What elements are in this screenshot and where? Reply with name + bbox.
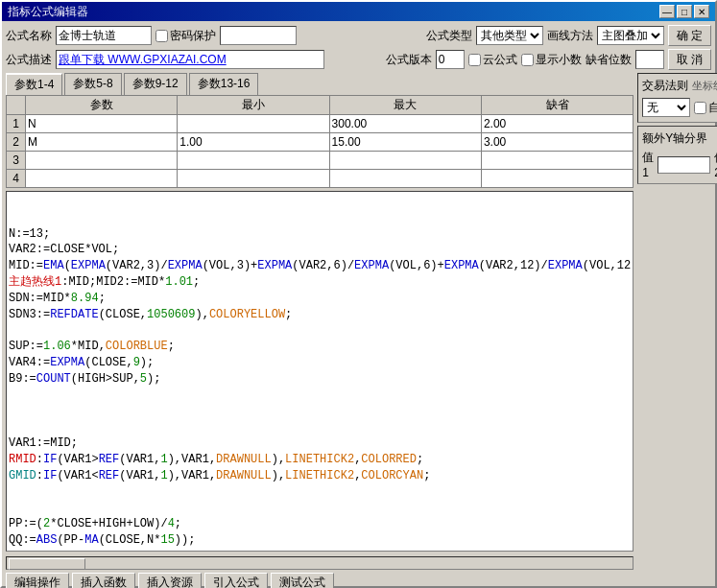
confirm-button[interactable]: 确 定: [668, 25, 711, 46]
axis-title: 额外Y轴分界: [642, 130, 717, 147]
formula-version-input[interactable]: [436, 50, 465, 69]
window-content: 公式名称 密码保护 公式类型 其他类型 画线方法 主图叠加 确 定 公式描述 公…: [2, 21, 715, 588]
param-min-input[interactable]: [178, 115, 328, 132]
code-line: SUP:=1.06*MID,COLORBLUE;: [9, 339, 631, 355]
cancel-button[interactable]: 取 消: [668, 49, 711, 70]
code-line: [9, 388, 631, 404]
tab-params-5-8[interactable]: 参数5-8: [64, 73, 121, 95]
param-min-cell[interactable]: [178, 152, 329, 170]
minimize-button[interactable]: —: [659, 5, 675, 18]
param-default-cell[interactable]: [481, 170, 633, 188]
param-min-cell[interactable]: [178, 133, 329, 152]
draw-method-select[interactable]: 主图叠加: [597, 26, 664, 45]
left-main: 参数1-4 参数5-8 参数9-12 参数13-16 参数 最小 最大: [6, 73, 633, 588]
default-digits-input[interactable]: [635, 50, 664, 69]
cloud-formula-label: 云公式: [483, 52, 517, 68]
param-max-input[interactable]: [330, 115, 481, 132]
row-num: 1: [7, 115, 26, 133]
title-bar-buttons: — □ ✕: [659, 5, 709, 18]
param-min-cell[interactable]: [178, 115, 329, 133]
table-row: 1: [7, 115, 633, 133]
param-name-input[interactable]: [26, 115, 177, 132]
param-min-cell[interactable]: [178, 170, 329, 188]
auto-checkbox-row: 自动: [694, 100, 717, 116]
right-panel: 交易法则 坐标线位置,最多6个,用分号分隔 无 自动 另存为: [637, 73, 717, 588]
param-default-cell[interactable]: [481, 115, 633, 133]
param-default-cell[interactable]: [481, 133, 633, 152]
password-checkbox[interactable]: [155, 30, 168, 42]
formula-type-select[interactable]: 其他类型: [476, 26, 543, 45]
show-small-checkbox[interactable]: [521, 54, 534, 66]
param-name-cell[interactable]: [26, 115, 178, 133]
code-line: [9, 419, 631, 435]
param-default-input[interactable]: [482, 133, 633, 151]
params-header-min: 最小: [178, 96, 329, 115]
show-small-row: 显示小数: [521, 52, 582, 68]
formula-version-label: 公式版本: [386, 52, 432, 68]
param-default-input[interactable]: [482, 170, 633, 187]
import-formula-button[interactable]: 引入公式: [204, 573, 268, 588]
row-num: 2: [7, 133, 26, 152]
horizontal-scrollbar[interactable]: [6, 556, 633, 570]
description-input[interactable]: [56, 50, 324, 69]
param-default-cell[interactable]: [481, 152, 633, 170]
param-max-cell[interactable]: [329, 133, 481, 152]
insert-fn-button[interactable]: 插入函数: [72, 573, 135, 588]
params-header-num: [7, 96, 26, 115]
param-max-input[interactable]: [330, 133, 481, 151]
axis-val1-input[interactable]: [657, 156, 710, 174]
scroll-thumb[interactable]: [9, 558, 85, 570]
code-editor[interactable]: N:=13;VAR2:=CLOSE*VOL;MID:=EMA(EXPMA(VAR…: [6, 191, 633, 552]
code-line: 主趋热线1:MID;MID2:=MID*1.01;: [9, 274, 631, 291]
param-min-input[interactable]: [178, 152, 328, 169]
param-name-input[interactable]: [26, 133, 177, 151]
password-checkbox-row: 密码保护: [155, 28, 216, 44]
param-max-cell[interactable]: [329, 152, 481, 170]
password-input[interactable]: [220, 26, 297, 45]
param-name-cell[interactable]: [26, 170, 178, 188]
param-name-cell[interactable]: [26, 152, 178, 170]
params-header-name: 参数: [26, 96, 178, 115]
test-formula-button[interactable]: 测试公式: [271, 573, 334, 588]
window-title: 指标公式编辑器: [8, 4, 88, 20]
param-min-input[interactable]: [178, 170, 328, 187]
password-label: 密码保护: [170, 28, 216, 44]
param-name-cell[interactable]: [26, 133, 178, 152]
title-bar: 指标公式编辑器 — □ ✕: [2, 2, 715, 21]
code-line: VAR1:=MID;: [9, 435, 631, 452]
trade-select[interactable]: 无: [642, 98, 690, 117]
param-default-input[interactable]: [482, 152, 633, 169]
tab-params-1-4[interactable]: 参数1-4: [6, 73, 62, 95]
code-line: PP:=(2*CLOSE+HIGH+LOW)/4;: [9, 516, 631, 532]
params-tab-bar: 参数1-4 参数5-8 参数9-12 参数13-16: [6, 73, 633, 95]
formula-name-input[interactable]: [56, 26, 152, 45]
trade-title-row: 交易法则 坐标线位置,最多6个,用分号分隔: [642, 78, 717, 94]
code-line: SDN3:=REFDATE(CLOSE,1050609),COLORYELLOW…: [9, 307, 631, 323]
tab-params-13-16[interactable]: 参数13-16: [189, 73, 259, 95]
cloud-formula-checkbox[interactable]: [468, 54, 481, 66]
code-line: N:=13;: [9, 226, 631, 243]
trade-label: 交易法则: [642, 78, 688, 94]
code-line: [9, 483, 631, 500]
param-max-input[interactable]: [330, 152, 481, 169]
code-line: [9, 322, 631, 339]
params-table: 参数 最小 最大 缺省 1 2 3: [6, 95, 633, 188]
param-max-cell[interactable]: [329, 170, 481, 188]
param-max-cell[interactable]: [329, 115, 481, 133]
param-min-input[interactable]: [178, 133, 328, 151]
param-name-input[interactable]: [26, 170, 177, 187]
params-header-max: 最大: [329, 96, 481, 115]
param-name-input[interactable]: [26, 152, 177, 169]
param-max-input[interactable]: [330, 170, 481, 187]
param-default-input[interactable]: [482, 115, 633, 132]
tab-params-9-12[interactable]: 参数9-12: [124, 73, 187, 95]
code-line: SDN:=MID*8.94;: [9, 291, 631, 307]
edit-ops-button[interactable]: 编辑操作: [6, 573, 69, 588]
auto-checkbox[interactable]: [694, 102, 706, 114]
maximize-button[interactable]: □: [677, 5, 692, 18]
insert-src-button[interactable]: 插入资源: [138, 573, 202, 588]
trade-controls-row: 无 自动 另存为: [642, 97, 717, 118]
draw-method-label: 画线方法: [547, 28, 593, 44]
close-button[interactable]: ✕: [694, 5, 709, 18]
formula-name-label: 公式名称: [6, 28, 52, 44]
